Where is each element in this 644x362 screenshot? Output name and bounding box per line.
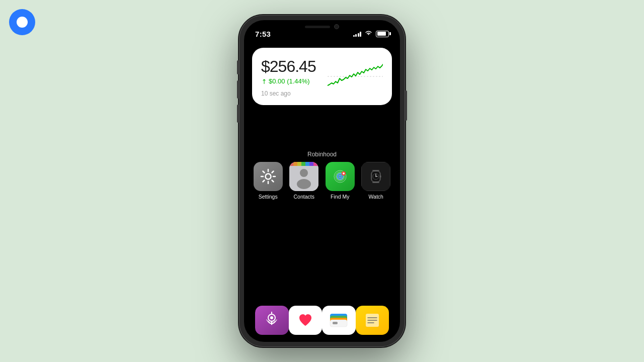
contacts-label: Contacts: [294, 194, 314, 200]
settings-icon-bg: [254, 162, 283, 191]
health-icon[interactable]: [289, 306, 323, 335]
portfolio-change: $0.00 (1.44%): [269, 77, 310, 85]
podcasts-icon[interactable]: [255, 306, 289, 335]
findmy-icon-bg: [326, 162, 355, 191]
app-health[interactable]: [289, 306, 323, 335]
svg-rect-17: [313, 162, 318, 166]
app-findmy[interactable]: Find My: [323, 162, 357, 200]
settings-icon[interactable]: [254, 162, 283, 191]
robinhood-widget[interactable]: $256.45 ↗ $0.00 (1.44%) 10 sec ago: [252, 48, 392, 105]
findmy-icon[interactable]: [326, 162, 355, 191]
battery-fill: [377, 32, 386, 36]
svg-rect-15: [305, 162, 309, 166]
watch-icon-bg: [361, 162, 390, 191]
svg-point-1: [265, 174, 271, 179]
findmy-label: Find My: [331, 194, 349, 200]
app-row-1: Settings: [250, 162, 394, 200]
svg-rect-13: [297, 162, 301, 166]
settings-label: Settings: [259, 194, 278, 200]
arrow-up-icon: ↗: [259, 76, 268, 85]
status-icons: [353, 30, 389, 38]
svg-point-25: [339, 175, 342, 178]
bottom-app-row: [244, 306, 400, 335]
app-watch[interactable]: Watch: [359, 162, 393, 200]
speaker: [305, 26, 330, 28]
front-camera: [334, 24, 339, 29]
phone-screen: 7:53: [244, 20, 400, 342]
widget-change: ↗ $0.00 (1.44%): [261, 77, 328, 85]
svg-line-9: [263, 180, 264, 182]
signal-bar-2: [355, 34, 357, 37]
widget-left: $256.45 ↗ $0.00 (1.44%) 10 sec ago: [261, 58, 328, 97]
svg-rect-44: [333, 322, 338, 324]
svg-line-8: [272, 171, 273, 173]
app-notes[interactable]: [356, 306, 389, 335]
screencast-button[interactable]: [9, 9, 35, 35]
svg-line-7: [272, 180, 273, 182]
signal-bar-3: [358, 33, 359, 37]
notch: [289, 20, 355, 33]
app-grid: Settings: [244, 162, 400, 204]
app-contacts[interactable]: Contacts: [287, 162, 321, 200]
wallet-icon[interactable]: [322, 306, 356, 335]
signal-bar-4: [360, 32, 361, 37]
battery-icon: [376, 31, 389, 37]
watch-icon[interactable]: [361, 162, 390, 191]
contacts-icon[interactable]: [289, 162, 318, 191]
phone-shell: 7:53: [239, 15, 405, 347]
svg-line-6: [263, 171, 264, 173]
svg-point-19: [297, 179, 311, 189]
svg-rect-16: [309, 162, 313, 166]
signal-bars-icon: [353, 31, 362, 37]
portfolio-chart: [328, 55, 383, 96]
widget-timestamp: 10 sec ago: [261, 90, 328, 97]
app-settings[interactable]: Settings: [251, 162, 285, 200]
robinhood-label: Robinhood: [244, 151, 400, 158]
signal-bar-1: [353, 35, 355, 37]
notes-icon[interactable]: [356, 306, 389, 335]
status-time: 7:53: [255, 30, 271, 38]
svg-point-18: [300, 169, 308, 177]
app-podcasts[interactable]: [255, 306, 289, 335]
watch-label: Watch: [369, 194, 383, 200]
svg-rect-35: [380, 175, 381, 177]
volume-down-button[interactable]: [237, 105, 239, 123]
wifi-icon: [365, 30, 372, 38]
contacts-icon-bg: [289, 162, 318, 191]
silent-button[interactable]: [237, 60, 239, 74]
volume-up-button[interactable]: [237, 80, 239, 99]
portfolio-value: $256.45: [261, 58, 328, 75]
svg-rect-12: [293, 162, 297, 166]
app-wallet[interactable]: [322, 306, 356, 335]
svg-rect-14: [301, 162, 305, 166]
power-button[interactable]: [405, 90, 407, 121]
svg-point-27: [343, 172, 345, 174]
svg-point-39: [270, 316, 273, 319]
